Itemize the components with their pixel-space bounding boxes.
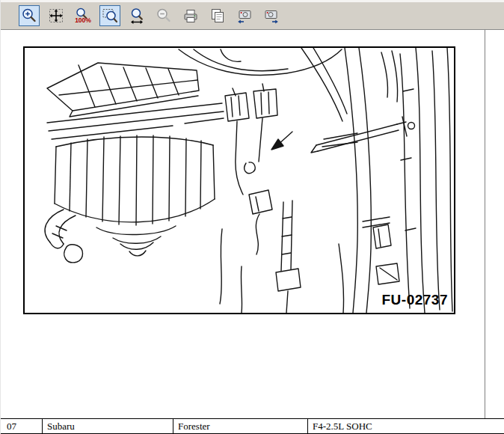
zoom-in-button[interactable] [19, 5, 40, 26]
vehicle-status-bar: 07 Subaru Forester F4-2.5L SOHC [1, 418, 504, 434]
status-make: Subaru [42, 419, 173, 433]
zoom-area-button[interactable] [99, 5, 120, 26]
previous-image-button[interactable] [234, 5, 255, 26]
print-button[interactable] [180, 5, 201, 26]
copy-icon [209, 7, 227, 25]
zoom-100-label: 100% [75, 16, 91, 24]
image-viewport[interactable]: FU-02737 [1, 30, 485, 419]
status-model: Forester [173, 419, 307, 433]
zoom-100-button[interactable]: 100% [73, 5, 93, 26]
zoom-out-icon [155, 7, 173, 25]
zoom-fit-width-button[interactable] [126, 5, 147, 26]
engine-line-art [25, 48, 454, 313]
zoom-width-icon [128, 7, 146, 25]
next-image-icon [262, 7, 280, 25]
status-engine: F4-2.5L SOHC [307, 419, 504, 433]
zoom-in-icon [20, 7, 38, 25]
figure-frame[interactable]: FU-02737 [23, 46, 455, 314]
zoom-out-button[interactable] [153, 5, 174, 26]
pan-button[interactable] [46, 5, 67, 26]
zoom-area-icon [101, 7, 119, 25]
copy-button[interactable] [207, 5, 228, 26]
print-icon [182, 7, 200, 25]
figure-reference-label: FU-02737 [382, 292, 449, 308]
zoom-100-icon: 100% [74, 7, 92, 25]
image-viewer-window: 100% [0, 0, 504, 434]
toolbar: 100% [1, 0, 504, 30]
status-year: 07 [1, 419, 42, 433]
right-gutter [486, 30, 504, 419]
prev-image-icon [236, 7, 253, 25]
next-image-button[interactable] [261, 5, 282, 26]
pan-icon [47, 7, 65, 25]
